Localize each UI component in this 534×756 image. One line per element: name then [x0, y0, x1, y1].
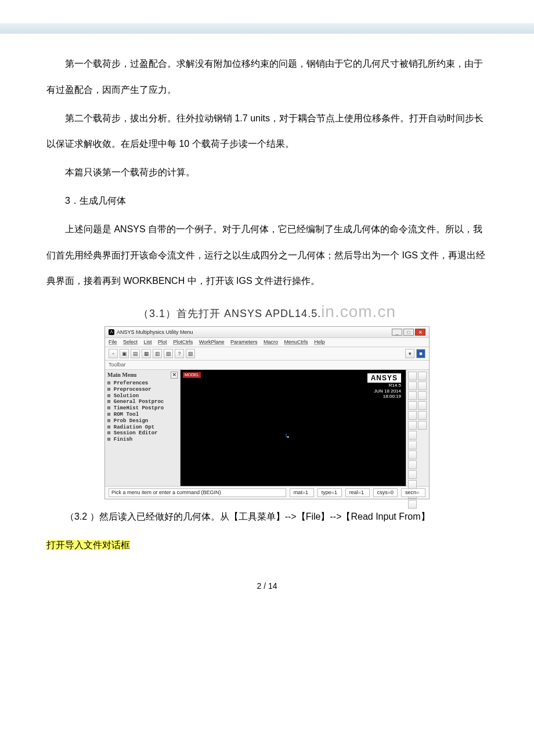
- menu-help[interactable]: Help: [314, 339, 325, 345]
- zoom-icon[interactable]: [408, 480, 417, 489]
- window-titlebar: Λ ANSYS Multiphysics Utility Menu _ □ ✕: [105, 327, 429, 338]
- view-icon[interactable]: [408, 421, 417, 430]
- view-toolbar: [406, 370, 429, 486]
- blue-tool-icon[interactable]: ■: [416, 349, 425, 358]
- view-icon[interactable]: [418, 411, 427, 420]
- view-icon[interactable]: [408, 431, 417, 440]
- tree-solution[interactable]: ⊞ Solution: [107, 393, 178, 399]
- tree-session-editor[interactable]: ⊞ Session Editor: [107, 430, 178, 437]
- standard-toolbar: ▫ ▣ ▤ ▦ ▥ ▧ ? ▨ ▾ ■: [105, 347, 429, 361]
- report-icon[interactable]: ▧: [164, 349, 173, 358]
- ansys-logo-icon: Λ: [109, 329, 114, 335]
- pan-icon[interactable]: ▦: [142, 349, 151, 358]
- command-prompt[interactable]: Pick a menu item or enter a command (BEG…: [109, 488, 286, 497]
- status-secn: secn=: [401, 488, 425, 497]
- gfx-ansys-brand: ANSYS: [367, 373, 401, 383]
- menu-workplane[interactable]: WorkPlane: [199, 339, 225, 345]
- step-3-2-highlight: 打开导入文件对话框: [46, 540, 130, 550]
- window-title: ANSYS Multiphysics Utility Menu: [117, 329, 193, 336]
- menu-file[interactable]: File: [109, 339, 117, 345]
- tree-preferences[interactable]: ⊞ Preferences: [107, 380, 178, 387]
- status-mat: mat=1: [290, 488, 314, 497]
- menu-bar: File Select List Plot PlotCtrls WorkPlan…: [105, 338, 429, 347]
- view-icon[interactable]: [408, 411, 417, 420]
- tree-general-postproc[interactable]: ⊞ General Postproc: [107, 399, 178, 405]
- save-icon[interactable]: ▤: [131, 349, 140, 358]
- tree-rom-tool[interactable]: ⊞ ROM Tool: [107, 412, 178, 418]
- view-icon[interactable]: [418, 391, 427, 400]
- minimize-button[interactable]: _: [392, 329, 402, 336]
- top-highlight-band: [0, 23, 534, 34]
- view-icon[interactable]: [408, 441, 417, 449]
- step-3-2-line1: （3.2 ）然后读入已经做好的几何体。从【工具菜单】-->【File】-->【R…: [46, 504, 488, 530]
- paragraph-load-step-2: 第二个载荷步，拔出分析。往外拉动钢销 1.7 units，对于耦合节点上使用位移…: [46, 106, 488, 158]
- main-menu-tree: Main Menu ✕ ⊞ Preferences ⊞ Preprocessor…: [105, 370, 181, 486]
- menu-list[interactable]: List: [144, 339, 152, 345]
- section-heading-3: 3．生成几何体: [46, 188, 488, 214]
- status-bar: Pick a menu item or enter a command (BEG…: [105, 486, 429, 499]
- watermark-suffix: in.com.cn: [321, 303, 396, 321]
- new-icon[interactable]: ▫: [109, 349, 118, 358]
- toolbar-label: Toolbar: [105, 361, 429, 370]
- ansys-screenshot: Λ ANSYS Multiphysics Utility Menu _ □ ✕ …: [104, 326, 430, 499]
- menu-select[interactable]: Select: [123, 339, 138, 345]
- page-footer: 2 / 14: [46, 581, 488, 591]
- step-3-2-line2: 打开导入文件对话框: [46, 532, 488, 559]
- view-icon[interactable]: [408, 460, 417, 469]
- tree-prob-design[interactable]: ⊞ Prob Design: [107, 418, 178, 424]
- help-icon[interactable]: ?: [175, 349, 184, 358]
- view-icon[interactable]: [418, 372, 427, 380]
- gfx-time: 18:00:19: [374, 394, 401, 399]
- gfx-date: JUN 18 2014: [374, 388, 401, 394]
- zoom-icon[interactable]: [408, 470, 417, 479]
- gfx-version-block: R14.5 JUN 18 2014 18:00:19: [374, 383, 401, 399]
- open-icon[interactable]: ▣: [120, 349, 129, 358]
- tree-title: Main Menu: [107, 372, 136, 379]
- paragraph-load-step-1: 第一个载荷步，过盈配合。求解没有附加位移约束的问题，钢销由于它的几何尺寸被销孔所…: [46, 51, 488, 103]
- paragraph-scope: 本篇只谈第一个载荷步的计算。: [46, 160, 488, 186]
- view-icon[interactable]: [408, 451, 417, 459]
- image-icon[interactable]: ▨: [186, 349, 195, 358]
- watermark-line: （3.1）首先打开 ANSYS APDL14.5.in.com.cn: [46, 300, 488, 323]
- tree-radiation-opt[interactable]: ⊞ Radiation Opt: [107, 424, 178, 431]
- menu-plot[interactable]: Plot: [158, 339, 167, 345]
- tree-close-icon[interactable]: ✕: [171, 372, 178, 379]
- menu-macro[interactable]: Macro: [264, 339, 278, 345]
- menu-parameters[interactable]: Parameters: [230, 339, 258, 345]
- tree-preprocessor[interactable]: ⊞ Preprocessor: [107, 387, 178, 393]
- view-icon[interactable]: [408, 401, 417, 410]
- tree-finish[interactable]: ⊞ Finish: [107, 437, 178, 443]
- status-type: type=1: [317, 488, 342, 497]
- graphics-window[interactable]: MODEL ANSYS R14.5 JUN 18 2014 18:00:19 •: [181, 370, 406, 486]
- view-icon[interactable]: [418, 421, 427, 430]
- view-icon[interactable]: [418, 381, 427, 390]
- maximize-button[interactable]: □: [403, 329, 414, 336]
- step-3-1-text: （3.1）首先打开 ANSYS APDL14.5.: [138, 308, 321, 319]
- view-icon[interactable]: [408, 391, 417, 400]
- menu-plotctrls[interactable]: PlotCtrls: [173, 339, 193, 345]
- view-icon[interactable]: [408, 381, 417, 390]
- close-button[interactable]: ✕: [415, 329, 425, 336]
- tree-timehist-postpro[interactable]: ⊞ TimeHist Postpro: [107, 405, 178, 412]
- gfx-model-badge: MODEL: [183, 372, 201, 378]
- coordinate-triad-icon: •: [284, 434, 289, 441]
- paragraph-geometry-explanation: 上述问题是 ANSYS 自带的一个例子。对于几何体，它已经编制了生成几何体的命令…: [46, 217, 488, 294]
- status-csys: csys=0: [373, 488, 398, 497]
- main-client-area: Main Menu ✕ ⊞ Preferences ⊞ Preprocessor…: [105, 370, 429, 486]
- gfx-version: R14.5: [374, 383, 401, 388]
- view-icon[interactable]: [408, 372, 417, 380]
- dropdown-icon[interactable]: ▾: [405, 349, 414, 358]
- view-icon[interactable]: [418, 401, 427, 410]
- status-real: real=1: [345, 488, 370, 497]
- menu-menuctrls[interactable]: MenuCtrls: [284, 339, 308, 345]
- print-icon[interactable]: ▥: [153, 349, 162, 358]
